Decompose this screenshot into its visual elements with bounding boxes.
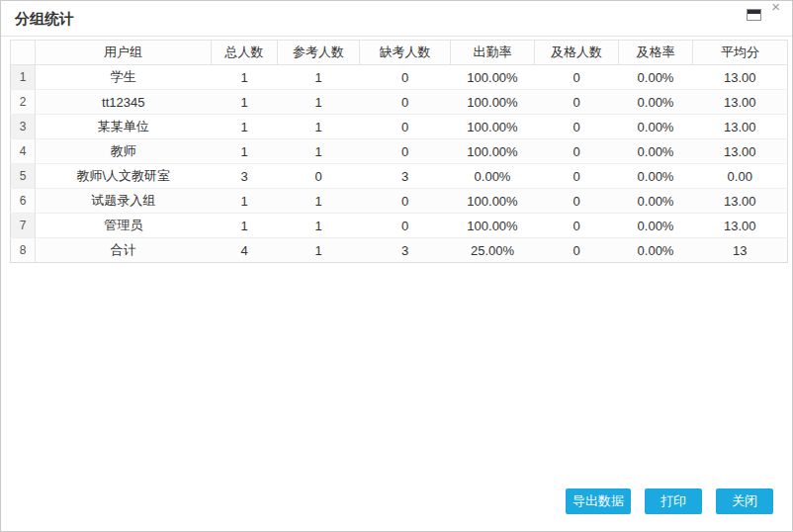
dialog-footer: 导出数据 打印 关闭 [566,488,773,514]
table-cell: 0.00% [451,164,535,189]
table-cell: 教师\人文教研室 [36,164,212,189]
table-cell: 某某单位 [36,115,212,139]
row-index: 8 [11,238,36,263]
table-cell: 0.00% [619,90,693,115]
table-cell: 0 [278,164,360,189]
header-attendance-rate: 出勤率 [451,41,535,65]
window-glyph [747,9,761,21]
table-cell: 1 [212,90,278,115]
table-cell: 0 [535,214,619,238]
header-pass-count: 及格人数 [535,41,619,65]
table-cell: 0 [360,90,451,115]
table-cell: 3 [360,238,451,263]
table-row: 8 合计 4 1 3 25.00% 0 0.00% 13 [11,238,788,263]
header-pass-rate: 及格率 [619,41,693,65]
table-cell: 1 [212,189,278,214]
table-cell: 0 [360,115,451,139]
table-cell: 100.00% [451,214,535,238]
row-index: 6 [11,189,36,214]
close-icon[interactable]: × [769,0,782,16]
table-cell: 1 [278,238,360,263]
table-cell: 4 [212,238,278,263]
table-cell: 0.00 [693,164,788,189]
table-cell: 1 [212,214,278,238]
table-cell: 1 [278,139,360,164]
table-cell: 0 [535,90,619,115]
table-row: 4 教师 1 1 0 100.00% 0 0.00% 13.00 [11,139,788,164]
table-cell: 0 [360,189,451,214]
table-cell: 100.00% [451,189,535,214]
row-index: 3 [11,115,36,139]
table-row: 6 试题录入组 1 1 0 100.00% 0 0.00% 13.00 [11,189,788,214]
table-cell: 0.00% [619,115,693,139]
close-button[interactable]: 关闭 [716,488,773,514]
header-user-group: 用户组 [36,41,212,65]
table-cell: 试题录入组 [36,189,212,214]
table-cell: 0 [535,189,619,214]
table-row: 3 某某单位 1 1 0 100.00% 0 0.00% 13.00 [11,115,788,139]
row-index: 1 [11,65,36,90]
table-cell: 0 [360,65,451,90]
table-cell: 0 [360,214,451,238]
table-cell: 13 [693,238,788,263]
print-button[interactable]: 打印 [645,488,702,514]
table-cell: 教师 [36,139,212,164]
table-cell: 0 [535,164,619,189]
table-cell: 1 [212,139,278,164]
header-total: 总人数 [212,41,278,65]
dialog-header: 分组统计 × [1,1,792,37]
table-row: 2 tt12345 1 1 0 100.00% 0 0.00% 13.00 [11,90,788,115]
table-cell: 1 [278,115,360,139]
table-cell: 100.00% [451,90,535,115]
header-average-score: 平均分 [693,41,788,65]
table-cell: 13.00 [693,65,788,90]
table-cell: 管理员 [36,214,212,238]
header-participated: 参考人数 [278,41,360,65]
header-absent: 缺考人数 [360,41,451,65]
export-data-button[interactable]: 导出数据 [566,488,631,514]
table-cell: 0.00% [619,65,693,90]
table-cell: 1 [212,115,278,139]
table-cell: 100.00% [451,115,535,139]
table-cell: 13.00 [693,115,788,139]
table-header-row: 用户组 总人数 参考人数 缺考人数 出勤率 及格人数 及格率 平均分 [11,41,788,65]
row-index: 5 [11,164,36,189]
table-cell: 合计 [36,238,212,263]
table-cell: 13.00 [693,90,788,115]
table-cell: 0.00% [619,164,693,189]
table-cell: 0 [535,115,619,139]
table-row: 5 教师\人文教研室 3 0 3 0.00% 0 0.00% 0.00 [11,164,788,189]
table-row: 1 学生 1 1 0 100.00% 0 0.00% 13.00 [11,65,788,90]
table-cell: tt12345 [36,90,212,115]
restore-window-icon[interactable] [747,9,762,22]
dialog-title: 分组统计 [15,10,74,29]
table-cell: 3 [212,164,278,189]
table-cell: 0.00% [619,139,693,164]
table-cell: 100.00% [451,65,535,90]
table-cell: 1 [212,65,278,90]
table-cell: 1 [278,189,360,214]
row-index: 7 [11,214,36,238]
table-cell: 100.00% [451,139,535,164]
table-cell: 13.00 [693,214,788,238]
table-cell: 1 [278,214,360,238]
table-cell: 0 [535,238,619,263]
table-cell: 学生 [36,65,212,90]
statistics-grid: 用户组 总人数 参考人数 缺考人数 出勤率 及格人数 及格率 平均分 1 学生 … [10,40,785,263]
row-index: 4 [11,139,36,164]
table-cell: 0.00% [619,214,693,238]
table-cell: 0 [535,65,619,90]
table-cell: 25.00% [451,238,535,263]
table-cell: 1 [278,90,360,115]
table-cell: 3 [360,164,451,189]
table-cell: 13.00 [693,139,788,164]
table-row: 7 管理员 1 1 0 100.00% 0 0.00% 13.00 [11,214,788,238]
group-statistics-dialog: 分组统计 × 用户组 总人数 参考人数 缺考人数 出勤率 [0,0,793,532]
header-index [11,41,36,65]
table-cell: 1 [278,65,360,90]
row-index: 2 [11,90,36,115]
table-cell: 0.00% [619,238,693,263]
table-cell: 13.00 [693,189,788,214]
table-cell: 0 [535,139,619,164]
table-cell: 0 [360,139,451,164]
